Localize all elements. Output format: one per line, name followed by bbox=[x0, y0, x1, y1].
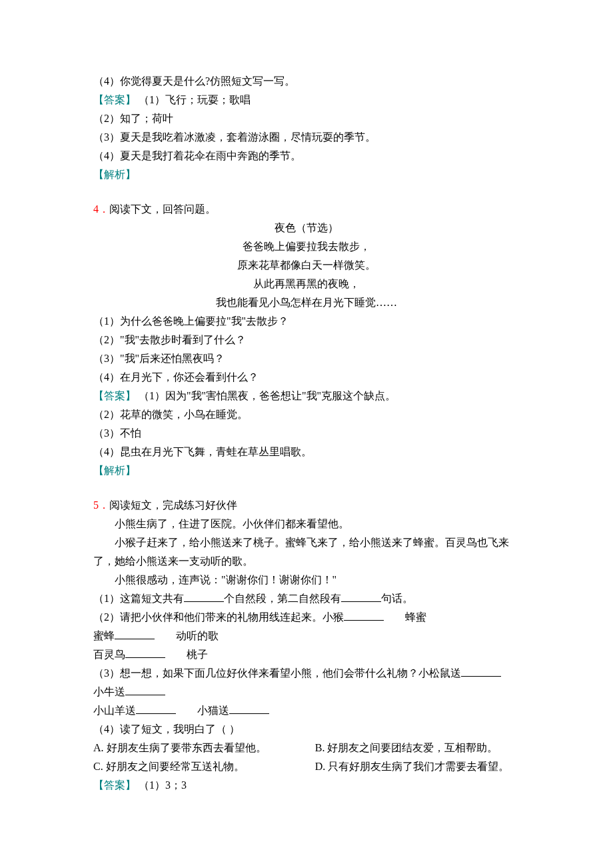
q5-mifeng-b: 动听的歌 bbox=[155, 630, 219, 641]
q5-options: A. 好朋友生病了要带东西去看望他。 B. 好朋友之间要团结友爱，互相帮助。 C… bbox=[93, 739, 520, 776]
q5-bailing: 百灵鸟 桃子 bbox=[93, 645, 520, 664]
q4-ans2: （2）花草的微笑，小鸟在睡觉。 bbox=[93, 405, 520, 424]
q4-answer-line1: 【答案】 （1）因为"我"害怕黑夜，爸爸想让"我"克服这个缺点。 bbox=[93, 387, 520, 405]
q5-bailing-a: 百灵鸟 bbox=[93, 649, 125, 660]
blank[interactable] bbox=[461, 665, 501, 677]
answer-label: 【答案】 bbox=[93, 779, 136, 791]
q4-ans4: （4）昆虫在月光下飞舞，青蛙在草丛里唱歌。 bbox=[93, 443, 520, 461]
q5-sub1-b: 个自然段，第二自然段有 bbox=[224, 593, 341, 604]
q4-heading: 4．阅读下文，回答问题。 bbox=[93, 200, 520, 219]
q3-ans4: （4）夏天是我打着花伞在雨中奔跑的季节。 bbox=[93, 147, 520, 165]
q5-sub3-a: （3）想一想，如果下面几位好伙伴来看望小熊，他们会带什么礼物？小松鼠送 bbox=[93, 667, 461, 679]
page-root: （4）你觉得夏天是什么?仿照短文写一写。 【答案】 （1）飞行；玩耍；歌唱 （2… bbox=[0, 0, 613, 868]
q4-sub4: （4）在月光下，你还会看到什么？ bbox=[93, 368, 520, 387]
q3-ans1: （1）飞行；玩耍；歌唱 bbox=[136, 94, 251, 105]
q5-sub1-a: （1）这篇短文共有 bbox=[93, 593, 184, 604]
answer-label: 【答案】 bbox=[93, 390, 136, 401]
q4-sub3: （3）"我"后来还怕黑夜吗？ bbox=[93, 349, 520, 368]
q4-poem-title: 夜色（节选） bbox=[93, 219, 520, 237]
q5-para3: 小熊很感动，连声说："谢谢你们！谢谢你们！" bbox=[93, 571, 520, 589]
q5-option-a[interactable]: A. 好朋友生病了要带东西去看望他。 bbox=[93, 739, 315, 757]
q4-explain-label: 【解析】 bbox=[93, 461, 520, 480]
q4-sub1: （1）为什么爸爸晚上偏要拉"我"去散步？ bbox=[93, 312, 520, 331]
q3-answer-line1: 【答案】 （1）飞行；玩耍；歌唱 bbox=[93, 91, 520, 109]
q5-para2a: 小猴子赶来了，给小熊送来了桃子。蜜蜂飞来了，给小熊送来了蜂蜜。百灵鸟也飞来 bbox=[93, 533, 520, 552]
blank[interactable] bbox=[344, 609, 384, 621]
q3-ans3: （3）夏天是我吃着冰激凌，套着游泳圈，尽情玩耍的季节。 bbox=[93, 128, 520, 147]
spacer bbox=[93, 480, 520, 496]
q3-ans2: （2）知了；荷叶 bbox=[93, 109, 520, 128]
blank[interactable] bbox=[229, 703, 269, 714]
q5-number: 5． bbox=[93, 499, 109, 511]
q4-sub2: （2）"我"去散步时看到了什么？ bbox=[93, 331, 520, 349]
q5-sub1-c: 句话。 bbox=[381, 593, 413, 604]
q5-para2b: 了，她给小熊送来一支动听的歌。 bbox=[93, 552, 520, 571]
q5-xiaoniu-a: 小牛送 bbox=[93, 686, 125, 697]
q5-sub2-a: （2）请把小伙伴和他们带来的礼物用线连起来。小猴 bbox=[93, 611, 344, 623]
q5-xiaoniu: 小牛送 bbox=[93, 683, 520, 701]
q4-poem-line3: 从此再黑再黑的夜晚， bbox=[93, 275, 520, 293]
q3-explain-label: 【解析】 bbox=[93, 165, 520, 184]
q4-number: 4． bbox=[93, 203, 109, 215]
q5-xiaoshanyang-a: 小山羊送 bbox=[93, 705, 136, 716]
blank[interactable] bbox=[136, 703, 176, 714]
q4-poem-line2: 原来花草都像白天一样微笑。 bbox=[93, 256, 520, 275]
q5-xiaoshanyang: 小山羊送 小猫送 bbox=[93, 701, 520, 720]
q5-option-d[interactable]: D. 只有好朋友生病了我们才需要去看望。 bbox=[315, 757, 520, 776]
q5-sub2-b: 蜂蜜 bbox=[384, 611, 426, 623]
q5-answer-line1: 【答案】 （1）3；3 bbox=[93, 776, 520, 795]
q4-poem-line1: 爸爸晚上偏要拉我去散步， bbox=[93, 237, 520, 256]
blank[interactable] bbox=[125, 684, 165, 695]
q5-mifeng: 蜜蜂 动听的歌 bbox=[93, 627, 520, 645]
q5-sub3: （3）想一想，如果下面几位好伙伴来看望小熊，他们会带什么礼物？小松鼠送 bbox=[93, 664, 520, 683]
q4-poem-line4: 我也能看见小鸟怎样在月光下睡觉…… bbox=[93, 293, 520, 312]
blank[interactable] bbox=[341, 591, 381, 602]
q5-mifeng-a: 蜜蜂 bbox=[93, 630, 115, 641]
q5-xiaoshanyang-b: 小猫送 bbox=[176, 705, 229, 716]
q5-bailing-b: 桃子 bbox=[165, 649, 208, 660]
q3-sub4: （4）你觉得夏天是什么?仿照短文写一写。 bbox=[93, 72, 520, 91]
q5-title: 阅读短文，完成练习好伙伴 bbox=[109, 499, 237, 511]
answer-label: 【答案】 bbox=[93, 94, 136, 105]
q5-ans1: （1）3；3 bbox=[136, 779, 187, 791]
q4-title: 阅读下文，回答问题。 bbox=[109, 203, 216, 215]
q5-sub2: （2）请把小伙伴和他们带来的礼物用线连起来。小猴 蜂蜜 bbox=[93, 608, 520, 627]
q5-option-c[interactable]: C. 好朋友之间要经常互送礼物。 bbox=[93, 757, 315, 776]
q5-sub1: （1）这篇短文共有个自然段，第二自然段有句话。 bbox=[93, 589, 520, 608]
q5-para1: 小熊生病了，住进了医院。小伙伴们都来看望他。 bbox=[93, 515, 520, 533]
q5-option-b[interactable]: B. 好朋友之间要团结友爱，互相帮助。 bbox=[315, 739, 520, 757]
q4-ans1: （1）因为"我"害怕黑夜，爸爸想让"我"克服这个缺点。 bbox=[136, 390, 396, 401]
q4-ans3: （3）不怕 bbox=[93, 424, 520, 443]
q5-heading: 5．阅读短文，完成练习好伙伴 bbox=[93, 496, 520, 515]
blank[interactable] bbox=[184, 591, 224, 602]
blank[interactable] bbox=[125, 647, 165, 658]
spacer bbox=[93, 184, 520, 200]
blank[interactable] bbox=[115, 628, 155, 639]
q5-sub4: （4）读了短文，我明白了（ ） bbox=[93, 720, 520, 739]
